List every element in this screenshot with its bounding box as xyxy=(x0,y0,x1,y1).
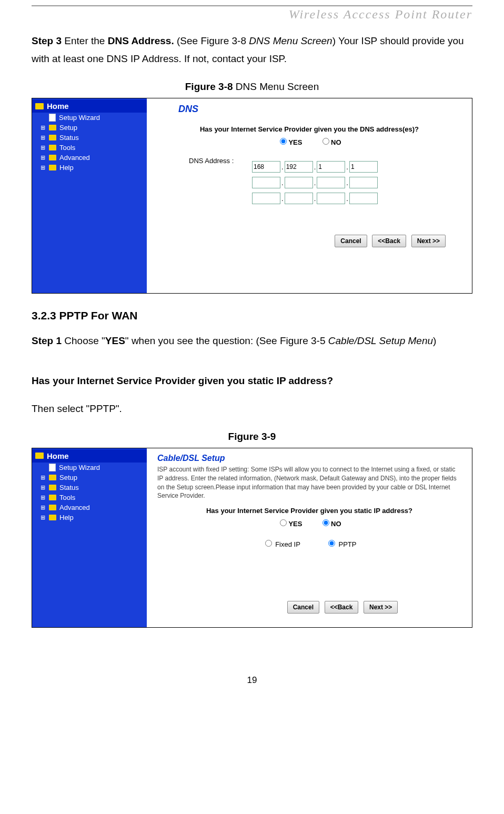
folder-icon xyxy=(49,495,56,500)
back-button[interactable]: <<Back xyxy=(325,601,359,614)
next-button[interactable]: Next >> xyxy=(364,601,398,614)
sidebar-item-label: Help xyxy=(59,514,74,521)
tree-plus-icon: ⊞ xyxy=(41,474,46,481)
dns-input-1c[interactable] xyxy=(317,161,345,173)
figure-3-9-caption: Figure 3-9 xyxy=(32,431,472,443)
sidebar-item-advanced[interactable]: ⊞ Advanced xyxy=(32,153,147,163)
radio-no[interactable] xyxy=(322,519,329,526)
figure-3-8-caption: Figure 3-8 DNS Menu Screen xyxy=(32,81,472,93)
radio-fixed-ip-label: Fixed IP xyxy=(263,540,300,548)
dns-input-2d[interactable] xyxy=(349,177,378,188)
folder-icon xyxy=(49,505,56,510)
dns-input-2a[interactable] xyxy=(252,177,280,188)
radio-yes[interactable] xyxy=(280,138,287,145)
tree-plus-icon: ⊞ xyxy=(41,514,46,521)
dns-address-label: DNS Address : xyxy=(189,157,252,165)
back-button[interactable]: <<Back xyxy=(372,235,406,247)
radio-no-label: NO xyxy=(320,520,341,528)
dns-input-2b[interactable] xyxy=(285,177,313,188)
dns-row-2: . . . xyxy=(252,177,378,188)
sidebar-item-setup-wizard[interactable]: Setup Wizard xyxy=(32,113,147,123)
page-header: Wireless Acccess Point Router xyxy=(32,7,472,22)
sidebar-item-tools[interactable]: ⊞ Tools xyxy=(32,493,147,503)
dns-input-1a[interactable] xyxy=(252,161,280,173)
folder-icon xyxy=(49,145,56,150)
dns-input-3b[interactable] xyxy=(285,193,313,204)
figure-3-9-screenshot: Home Setup Wizard ⊞ Setup ⊞ Status ⊞ Too… xyxy=(32,448,472,628)
sidebar-home-label: Home xyxy=(47,451,69,460)
folder-icon xyxy=(49,155,56,160)
content-area: DNS Has your Internet Service Provider g… xyxy=(147,98,472,293)
sidebar-item-label: Setup Wizard xyxy=(59,464,100,471)
sidebar-item-label: Help xyxy=(59,164,74,172)
sidebar-item-label: Advanced xyxy=(59,154,90,162)
folder-open-icon xyxy=(35,453,44,459)
dns-input-3a[interactable] xyxy=(252,193,280,204)
then-select-text: Then select "PPTP". xyxy=(32,400,472,418)
radio-yes-label: YES xyxy=(277,520,302,528)
page-number: 19 xyxy=(32,675,472,686)
sidebar-item-label: Status xyxy=(59,484,79,491)
tree-plus-icon: ⊞ xyxy=(41,164,46,171)
sidebar-item-status[interactable]: ⊞ Status xyxy=(32,483,147,493)
radio-fixed-ip[interactable] xyxy=(265,540,272,547)
dns-input-3d[interactable] xyxy=(349,193,378,204)
step1-text: Step 1 Choose "YES" when you see the que… xyxy=(32,332,472,350)
radio-pptp[interactable] xyxy=(328,540,335,547)
sidebar-item-label: Setup xyxy=(59,474,77,481)
section-heading: 3.2.3 PPTP For WAN xyxy=(32,309,472,322)
dns-input-2c[interactable] xyxy=(317,177,345,188)
question-text: Has your Internet Service Provider given… xyxy=(32,372,472,390)
folder-icon xyxy=(49,135,56,140)
cable-dsl-title: Cable/DSL Setup xyxy=(157,454,461,463)
sidebar-item-help[interactable]: ⊞ Help xyxy=(32,163,147,173)
sidebar: Home Setup Wizard ⊞ Setup ⊞ Status ⊞ Too… xyxy=(32,448,147,627)
sidebar-item-label: Setup xyxy=(59,124,77,132)
sidebar-home[interactable]: Home xyxy=(32,99,147,113)
dns-title: DNS xyxy=(178,104,461,115)
dns-row-1: . . . xyxy=(252,161,378,173)
sidebar-item-label: Status xyxy=(59,134,79,142)
tree-plus-icon: ⊞ xyxy=(41,484,46,491)
sidebar-item-setup[interactable]: ⊞ Setup xyxy=(32,123,147,133)
tree-plus-icon: ⊞ xyxy=(41,494,46,501)
radio-no-label: NO xyxy=(320,138,341,146)
radio-pptp-label: PPTP xyxy=(326,540,357,548)
sidebar-item-label: Setup Wizard xyxy=(59,114,100,122)
folder-icon xyxy=(49,475,56,480)
tree-plus-icon: ⊞ xyxy=(41,504,46,511)
sidebar-item-tools[interactable]: ⊞ Tools xyxy=(32,143,147,153)
cancel-button[interactable]: Cancel xyxy=(335,235,367,247)
dns-input-1d[interactable] xyxy=(349,161,378,173)
radio-no[interactable] xyxy=(322,138,329,145)
static-ip-question: Has your Internet Service Provider given… xyxy=(157,507,461,515)
radio-yes-label: YES xyxy=(277,138,302,146)
sidebar-item-setup-wizard[interactable]: Setup Wizard xyxy=(32,463,147,473)
cancel-button[interactable]: Cancel xyxy=(287,601,319,614)
sidebar-item-setup[interactable]: ⊞ Setup xyxy=(32,473,147,483)
folder-icon xyxy=(49,485,56,490)
page-icon xyxy=(49,114,56,122)
next-button[interactable]: Next >> xyxy=(411,235,446,247)
dns-input-1b[interactable] xyxy=(285,161,313,173)
content-area: Cable/DSL Setup ISP account with fixed I… xyxy=(147,448,472,627)
tree-plus-icon: ⊞ xyxy=(41,124,46,131)
sidebar-item-help[interactable]: ⊞ Help xyxy=(32,512,147,522)
dns-input-3c[interactable] xyxy=(317,193,345,204)
sidebar-item-status[interactable]: ⊞ Status xyxy=(32,133,147,143)
radio-yes[interactable] xyxy=(280,519,287,526)
folder-open-icon xyxy=(35,103,44,109)
sidebar-home[interactable]: Home xyxy=(32,449,147,463)
tree-plus-icon: ⊞ xyxy=(41,154,46,161)
page-icon xyxy=(49,464,56,471)
sidebar: Home Setup Wizard ⊞ Setup ⊞ Status ⊞ Too… xyxy=(32,98,147,293)
folder-icon xyxy=(49,125,56,130)
folder-icon xyxy=(49,515,56,520)
dns-question: Has your Internet Service Provider given… xyxy=(157,125,461,133)
sidebar-item-label: Advanced xyxy=(59,504,90,511)
sidebar-item-label: Tools xyxy=(59,144,75,152)
step3-text: Step 3 Enter the DNS Address. (See Figur… xyxy=(32,32,472,68)
figure-3-8-screenshot: Home Setup Wizard ⊞ Setup ⊞ Status ⊞ Too… xyxy=(32,98,472,294)
sidebar-item-advanced[interactable]: ⊞ Advanced xyxy=(32,503,147,512)
tree-plus-icon: ⊞ xyxy=(41,134,46,141)
